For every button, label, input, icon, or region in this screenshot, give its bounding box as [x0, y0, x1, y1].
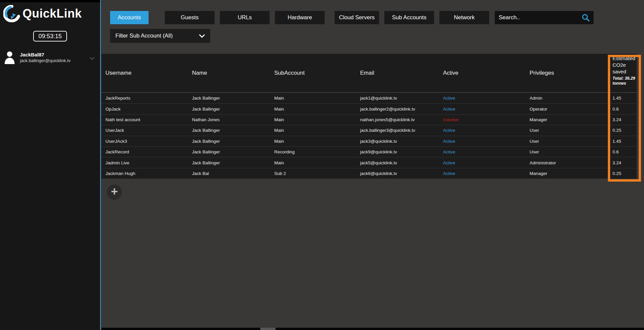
- cell-subaccount: Main: [270, 93, 356, 103]
- cell-email: jack3@quicklink.tv: [356, 136, 439, 146]
- cell-email: nathan.jones5@quicklink.tv: [356, 115, 439, 125]
- cell-name: Jack Ballinger: [188, 93, 270, 103]
- table-header: Username Name SubAccount Email Active Pr…: [101, 54, 637, 93]
- user-name: JackBal87: [20, 52, 71, 57]
- cell-subaccount: Main: [270, 115, 356, 125]
- cell-email: jack.ballinger2@quicklink.tv: [356, 104, 439, 114]
- cell-username: JackRecord: [101, 147, 188, 157]
- cell-username: OpJack: [101, 104, 188, 114]
- cell-co2e: 0.6: [609, 147, 637, 157]
- column-header-subaccount[interactable]: SubAccount: [270, 54, 356, 92]
- cell-active: Active: [439, 125, 526, 135]
- cell-co2e: 0.25: [609, 125, 637, 135]
- column-header-name[interactable]: Name: [188, 54, 270, 92]
- table-row[interactable]: OpJackJack BallingerMainjack.ballinger2@…: [101, 103, 637, 114]
- table-row[interactable]: UserJAck3Jack BallingerMainjack3@quickli…: [101, 136, 637, 146]
- person-icon: [4, 51, 15, 64]
- cell-co2e: 1.45: [609, 136, 637, 146]
- tab-accounts[interactable]: Accounts: [110, 11, 149, 24]
- cell-active: Active: [439, 104, 526, 114]
- cell-username: Nath test account: [101, 115, 188, 125]
- search-placeholder: Search..: [499, 14, 582, 21]
- cell-name: Jack Ballinger: [188, 125, 270, 135]
- cell-privileges: Administrator: [526, 157, 609, 168]
- cell-username: UserJack: [101, 125, 188, 135]
- chevron-down-icon[interactable]: [90, 57, 95, 60]
- tab-cloud-servers[interactable]: Cloud Servers: [335, 11, 379, 24]
- cell-privileges: Manager: [526, 168, 609, 179]
- cell-username: JackReports: [101, 93, 188, 103]
- clock-display: 09:53:15: [33, 31, 67, 41]
- cell-co2e: 0.25: [609, 168, 637, 179]
- tab-network[interactable]: Network: [439, 11, 489, 24]
- table-row[interactable]: Jadmin LiveJack BallingerMainjack5@quick…: [101, 157, 637, 168]
- cell-co2e: 1.45: [609, 93, 637, 103]
- search-icon[interactable]: [582, 14, 590, 22]
- add-account-button[interactable]: +: [107, 185, 122, 200]
- cell-co2e: 3.24: [609, 157, 637, 168]
- cell-email: jack5@quicklink.tv: [356, 157, 439, 168]
- filter-sub-account-dropdown[interactable]: Filter Sub Account (All): [110, 29, 210, 43]
- cell-name: Jack Ballinger: [188, 147, 270, 157]
- column-header-username[interactable]: Username: [101, 54, 188, 92]
- tab-guests[interactable]: Guests: [165, 11, 215, 24]
- cell-name: Jack Ballinger: [188, 157, 270, 168]
- search-input[interactable]: Search..: [495, 11, 594, 24]
- cell-subaccount: Main: [270, 104, 356, 114]
- column-header-email[interactable]: Email: [356, 54, 439, 92]
- cell-name: Jack Ballinger: [188, 104, 270, 114]
- cell-username: UserJAck3: [101, 136, 188, 146]
- table-row[interactable]: UserJackJack BallingerMainjack.ballinger…: [101, 125, 637, 135]
- cell-active: Active: [439, 147, 526, 157]
- cell-username: Jackman Hugh: [101, 168, 188, 179]
- cell-name: Jack Bal: [188, 168, 270, 179]
- column-header-active[interactable]: Active: [439, 54, 526, 92]
- horizontal-scrollbar-thumb[interactable]: [260, 328, 276, 330]
- cell-email: jack.ballinger3@quicklink.tv: [356, 125, 439, 135]
- column-header-co2e[interactable]: Estimated CO2e saved Total: 36.29 tonnes: [609, 54, 637, 92]
- brand-title: QuickLink: [23, 7, 82, 21]
- cell-privileges: Manager: [526, 115, 609, 125]
- quicklink-swirl-icon: [3, 5, 21, 22]
- user-email: jack.ballinger@quicklink.tv: [20, 58, 71, 63]
- cell-active: Active: [439, 136, 526, 146]
- main-area: Accounts Guests URLs Hardware Cloud Serv…: [101, 0, 644, 330]
- table-row[interactable]: Jackman HughJack BalSub 2jack6@quicklink…: [101, 168, 637, 179]
- cell-subaccount: Recording: [270, 147, 356, 157]
- cell-co2e: 3.24: [609, 115, 637, 125]
- co2e-total: Total: 36.29 tonnes: [612, 76, 635, 86]
- cell-active: Active: [439, 168, 526, 179]
- cell-subaccount: Main: [270, 125, 356, 135]
- sidebar: QuickLink 09:53:15 JackBal87 jack.ballin…: [0, 0, 101, 330]
- cell-active: Active: [439, 157, 526, 168]
- cell-privileges: User: [526, 147, 609, 157]
- column-header-privileges[interactable]: Privileges: [526, 54, 609, 92]
- cell-email: jack6@quicklink.tv: [356, 168, 439, 179]
- nav-tabs: Accounts Guests URLs Hardware Cloud Serv…: [101, 11, 644, 24]
- cell-name: Nathan Jones: [188, 115, 270, 125]
- cell-email: jack1@quicklink.tv: [356, 93, 439, 103]
- cell-email: jack9@quicklink.tv: [356, 147, 439, 157]
- cell-privileges: User: [526, 125, 609, 135]
- table-body: JackReportsJack BallingerMainjack1@quick…: [101, 93, 637, 179]
- tab-urls[interactable]: URLs: [220, 11, 270, 24]
- tab-hardware[interactable]: Hardware: [275, 11, 325, 24]
- cell-privileges: Operator: [526, 104, 609, 114]
- horizontal-scrollbar[interactable]: [101, 328, 644, 330]
- table-row[interactable]: JackRecordJack BallingerRecordingjack9@q…: [101, 146, 637, 157]
- chevron-down-icon: [199, 34, 205, 38]
- table-row[interactable]: JackReportsJack BallingerMainjack1@quick…: [101, 93, 637, 103]
- filter-label: Filter Sub Account (All): [115, 33, 173, 39]
- table-row[interactable]: Nath test accountNathan JonesMainnathan.…: [101, 114, 637, 125]
- sidebar-top-strip: [0, 0, 100, 2]
- logo: QuickLink: [0, 2, 100, 22]
- accounts-table: Username Name SubAccount Email Active Pr…: [101, 54, 637, 179]
- cell-active: Inactive: [439, 115, 526, 125]
- cell-privileges: User: [526, 136, 609, 146]
- tab-sub-accounts[interactable]: Sub Accounts: [384, 11, 434, 24]
- cell-subaccount: Sub 2: [270, 168, 356, 179]
- user-block[interactable]: JackBal87 jack.ballinger@quicklink.tv: [0, 51, 100, 64]
- cell-subaccount: Main: [270, 157, 356, 168]
- cell-active: Active: [439, 93, 526, 103]
- clock-time: 09:53:15: [38, 33, 62, 40]
